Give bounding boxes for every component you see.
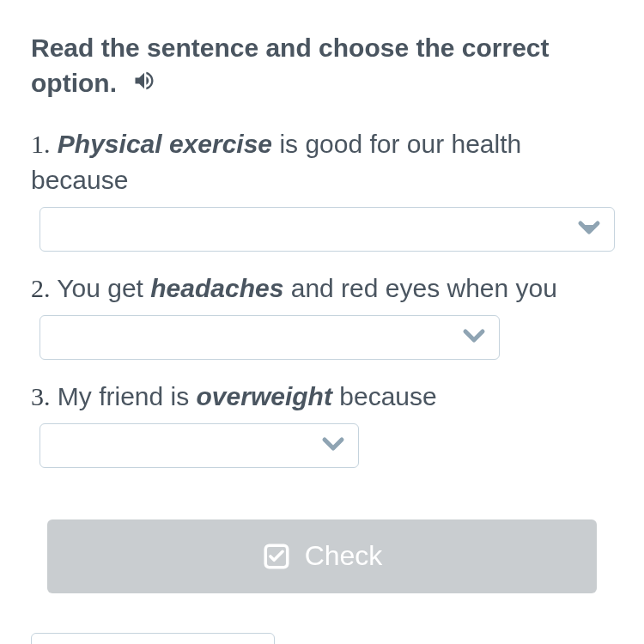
chevron-down-icon [461, 323, 487, 352]
question-2-number: 2. [31, 274, 51, 302]
instruction-text: Read the sentence and choose the correct… [31, 33, 550, 97]
question-2-part-2: and red eyes when you [283, 274, 557, 302]
back-button[interactable]: Back [31, 633, 275, 644]
dropdown-1[interactable] [39, 207, 615, 252]
question-2-text: 2. You get headaches and red eyes when y… [31, 270, 613, 307]
question-3-number: 3. [31, 382, 51, 410]
check-button-label: Check [305, 540, 383, 572]
question-3-part-1: overweight [197, 382, 332, 410]
chevron-down-icon [576, 215, 602, 244]
audio-icon[interactable] [132, 67, 156, 102]
question-3-part-0: My friend is [51, 382, 197, 410]
question-2: 2. You get headaches and red eyes when y… [31, 270, 613, 360]
check-button[interactable]: Check [47, 519, 597, 593]
dropdown-2[interactable] [39, 315, 500, 360]
question-1-part-0: Physical exercise [58, 130, 272, 158]
question-1: 1. Physical exercise is good for our hea… [31, 126, 613, 252]
question-2-part-1: headaches [150, 274, 283, 302]
dropdown-3[interactable] [39, 423, 359, 468]
chevron-down-icon [320, 431, 346, 460]
question-1-number: 1. [31, 130, 51, 158]
question-3-part-2: because [332, 382, 437, 410]
check-icon [262, 542, 291, 571]
question-3: 3. My friend is overweight because [31, 379, 613, 468]
question-3-text: 3. My friend is overweight because [31, 379, 613, 415]
question-1-text: 1. Physical exercise is good for our hea… [31, 126, 613, 198]
instruction-heading: Read the sentence and choose the correct… [31, 31, 613, 102]
question-2-part-0: You get [51, 274, 151, 302]
